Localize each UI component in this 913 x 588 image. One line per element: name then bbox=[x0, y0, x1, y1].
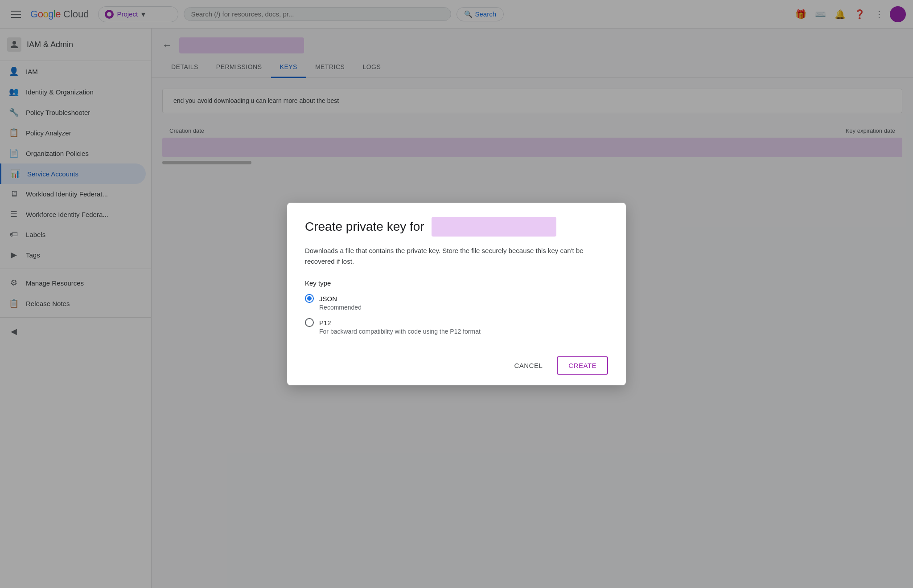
json-radio-input[interactable] bbox=[305, 294, 314, 303]
create-private-key-dialog: Create private key for Downloads a file … bbox=[287, 203, 626, 385]
dialog-description: Downloads a file that contains the priva… bbox=[305, 245, 608, 267]
p12-radio-input[interactable] bbox=[305, 318, 314, 327]
dialog-title: Create private key for bbox=[305, 217, 608, 237]
dialog-title-text: Create private key for bbox=[305, 220, 424, 234]
json-option[interactable]: JSON Recommended bbox=[305, 294, 608, 311]
modal-overlay: Create private key for Downloads a file … bbox=[0, 0, 913, 588]
dialog-service-account-name bbox=[432, 217, 556, 237]
p12-radio-label: P12 bbox=[319, 319, 331, 327]
cancel-button[interactable]: CANCEL bbox=[505, 356, 551, 375]
json-radio-row[interactable]: JSON bbox=[305, 294, 608, 303]
dialog-actions: CANCEL CREATE bbox=[305, 353, 608, 375]
p12-radio-row[interactable]: P12 bbox=[305, 318, 608, 327]
p12-radio-hint: For backward compatibility with code usi… bbox=[319, 328, 608, 335]
p12-option[interactable]: P12 For backward compatibility with code… bbox=[305, 318, 608, 335]
json-radio-label: JSON bbox=[319, 295, 337, 302]
json-radio-hint: Recommended bbox=[319, 304, 608, 311]
key-type-label: Key type bbox=[305, 279, 608, 287]
create-button[interactable]: CREATE bbox=[557, 356, 608, 375]
